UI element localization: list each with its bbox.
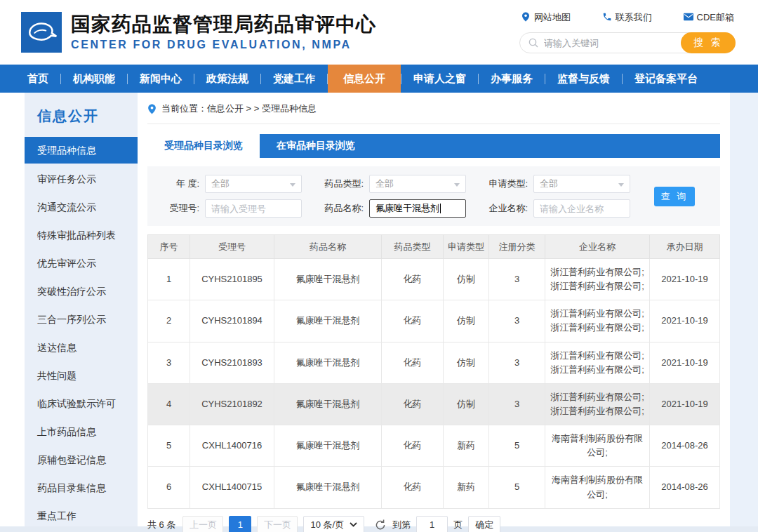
quick-link-1[interactable]: 联系我们 xyxy=(602,11,652,24)
sidebar-item-4[interactable]: 优先审评公示 xyxy=(25,249,138,277)
sidebar-item-2[interactable]: 沟通交流公示 xyxy=(25,193,138,221)
sidebar-item-1[interactable]: 审评任务公示 xyxy=(25,165,138,193)
table-cell: 2014-08-26 xyxy=(650,467,720,508)
table-cell: 氟康唑干混悬剂 xyxy=(274,342,382,383)
sidebar-item-3[interactable]: 特殊审批品种列表 xyxy=(25,221,138,249)
nav-item-7[interactable]: 办事服务 xyxy=(479,65,545,93)
table-cell: 4 xyxy=(148,383,190,425)
sidebar-item-9[interactable]: 临床试验默示许可 xyxy=(25,390,138,418)
table-cell: 3 xyxy=(489,259,545,300)
table-cell: 氟康唑干混悬剂 xyxy=(274,259,382,300)
goto-page-input[interactable] xyxy=(416,516,448,532)
table-cell: CYHS2101892 xyxy=(190,383,274,425)
drug-type-select[interactable]: 全部 xyxy=(369,175,466,193)
table-cell: 5 xyxy=(489,425,545,467)
table-row[interactable]: 3CYHS2101893氟康唑干混悬剂化药仿制3浙江普利药业有限公司;浙江普利药… xyxy=(148,342,720,383)
site-search-button[interactable]: 搜 索 xyxy=(681,32,736,53)
nav-item-4[interactable]: 党建工作 xyxy=(261,65,327,93)
table-cell: CYHS2101894 xyxy=(190,300,274,342)
table-row[interactable]: 4CYHS2101892氟康唑干混悬剂化药仿制3浙江普利药业有限公司;浙江普利药… xyxy=(148,383,720,425)
table-cell: 海南普利制药股份有限公司; xyxy=(545,425,650,467)
field-company: 企业名称: xyxy=(483,199,630,218)
sidebar-item-10[interactable]: 上市药品信息 xyxy=(25,418,138,446)
nav-item-0[interactable]: 首页 xyxy=(15,65,60,93)
table-cell: 浙江普利药业有限公司;浙江普利药业有限公司; xyxy=(545,300,650,342)
company-input[interactable] xyxy=(533,199,630,218)
table-cell: 化药 xyxy=(382,425,444,467)
filter-panel: 年 度: 全部 药品类型: 全部 申请类型: 全部 受理号: xyxy=(147,166,720,226)
search-bar: 搜 索 xyxy=(519,32,736,53)
sidebar-item-11[interactable]: 原辅包登记信息 xyxy=(25,446,138,474)
table-cell: 新药 xyxy=(444,467,489,508)
nav-item-5[interactable]: 信息公开 xyxy=(328,65,401,93)
field-drug-name: 药品名称: 氟康唑干混悬剂 xyxy=(319,199,466,218)
site-subtitle: CENTER FOR DRUG EVALUATION, NMPA xyxy=(71,39,376,51)
quick-link-2[interactable]: CDE邮箱 xyxy=(684,11,734,24)
phone-icon xyxy=(602,12,612,24)
table-cell: 浙江普利药业有限公司;浙江普利药业有限公司; xyxy=(545,342,650,383)
table-cell: 仿制 xyxy=(444,259,489,300)
table-row[interactable]: 6CXHL1400715氟康唑干混悬剂化药新药5海南普利制药股份有限公司;201… xyxy=(148,467,720,508)
table-cell: 3 xyxy=(489,383,545,425)
table-cell: 2021-10-19 xyxy=(650,383,720,425)
sidebar-item-12[interactable]: 药品目录集信息 xyxy=(25,474,138,502)
sidebar-item-13[interactable]: 重点工作 xyxy=(25,502,138,530)
nav-item-3[interactable]: 政策法规 xyxy=(194,65,260,93)
table-cell: 化药 xyxy=(382,259,444,300)
table-cell: 氟康唑干混悬剂 xyxy=(274,467,382,508)
nav-item-1[interactable]: 机构职能 xyxy=(61,65,127,93)
drug-name-label: 药品名称: xyxy=(319,202,364,215)
table-row[interactable]: 1CYHS2101895氟康唑干混悬剂化药仿制3浙江普利药业有限公司;浙江普利药… xyxy=(148,259,720,300)
sidebar-item-7[interactable]: 送达信息 xyxy=(25,333,138,361)
nav-item-9[interactable]: 登记备案平台 xyxy=(623,65,710,93)
table-cell: 5 xyxy=(489,467,545,508)
apply-type-select[interactable]: 全部 xyxy=(533,175,630,193)
drug-type-label: 药品类型: xyxy=(319,178,364,190)
prev-page-button[interactable]: 上一页 xyxy=(182,516,223,532)
results-table: 序号受理号药品名称药品类型申请类型注册分类企业名称承办日期 1CYHS21018… xyxy=(147,234,720,509)
table-cell: 3 xyxy=(489,342,545,383)
apply-type-label: 申请类型: xyxy=(483,178,528,190)
next-page-button[interactable]: 下一页 xyxy=(257,516,298,532)
site-title: 国家药品监督管理局药品审评中心 xyxy=(71,13,376,36)
tab-1[interactable]: 在审品种目录浏览 xyxy=(260,134,372,158)
table-cell: 仿制 xyxy=(444,342,489,383)
sidebar-item-5[interactable]: 突破性治疗公示 xyxy=(25,277,138,305)
chevron-down-icon xyxy=(290,183,295,187)
table-cell: 6 xyxy=(148,467,190,508)
tab-0[interactable]: 受理品种目录浏览 xyxy=(147,134,260,158)
page-size-select[interactable]: 10 条/页 xyxy=(303,516,364,532)
table-row[interactable]: 2CYHS2101894氟康唑干混悬剂化药仿制3浙江普利药业有限公司;浙江普利药… xyxy=(148,300,720,342)
sidebar: 信息公开 受理品种信息审评任务公示沟通交流公示特殊审批品种列表优先审评公示突破性… xyxy=(25,93,138,526)
confirm-button[interactable]: 确定 xyxy=(468,516,500,532)
page-1-button[interactable]: 1 xyxy=(229,516,251,532)
sidebar-item-8[interactable]: 共性问题 xyxy=(25,361,138,390)
nav-item-2[interactable]: 新闻中心 xyxy=(128,65,194,93)
sidebar-item-6[interactable]: 三合一序列公示 xyxy=(25,305,138,333)
table-cell: 2021-10-19 xyxy=(650,300,720,342)
acceptance-no-input[interactable] xyxy=(205,199,302,218)
query-button[interactable]: 查 询 xyxy=(654,187,695,206)
nav-item-6[interactable]: 申请人之窗 xyxy=(401,65,478,93)
sidebar-item-0[interactable]: 受理品种信息 xyxy=(25,137,138,164)
cde-logo-icon xyxy=(21,12,62,53)
table-cell: 2 xyxy=(148,300,190,342)
breadcrumb-text[interactable]: 当前位置：信息公开 > > 受理品种信息 xyxy=(161,102,317,115)
nav-item-8[interactable]: 监督与反馈 xyxy=(545,65,622,93)
refresh-icon[interactable] xyxy=(374,519,387,531)
table-cell: 3 xyxy=(148,342,190,383)
field-apply-type: 申请类型: 全部 xyxy=(483,175,630,193)
table-cell: 化药 xyxy=(382,342,444,383)
column-header: 药品类型 xyxy=(382,235,444,259)
table-cell: 5 xyxy=(148,425,190,467)
drug-name-input[interactable]: 氟康唑干混悬剂 xyxy=(369,199,466,218)
table-cell: 新药 xyxy=(444,425,489,467)
field-year: 年 度: 全部 xyxy=(154,175,302,193)
year-select[interactable]: 全部 xyxy=(205,175,302,193)
pagination: 共 6 条 上一页 1 下一页 10 条/页 到第 页 确定 xyxy=(147,516,720,532)
column-header: 序号 xyxy=(148,235,190,259)
quick-link-0[interactable]: 网站地图 xyxy=(521,11,571,24)
table-cell: 2021-10-19 xyxy=(650,342,720,383)
table-row[interactable]: 5CXHL1400716氟康唑干混悬剂化药新药5海南普利制药股份有限公司;201… xyxy=(148,425,720,467)
quick-link-label: 网站地图 xyxy=(534,11,571,24)
